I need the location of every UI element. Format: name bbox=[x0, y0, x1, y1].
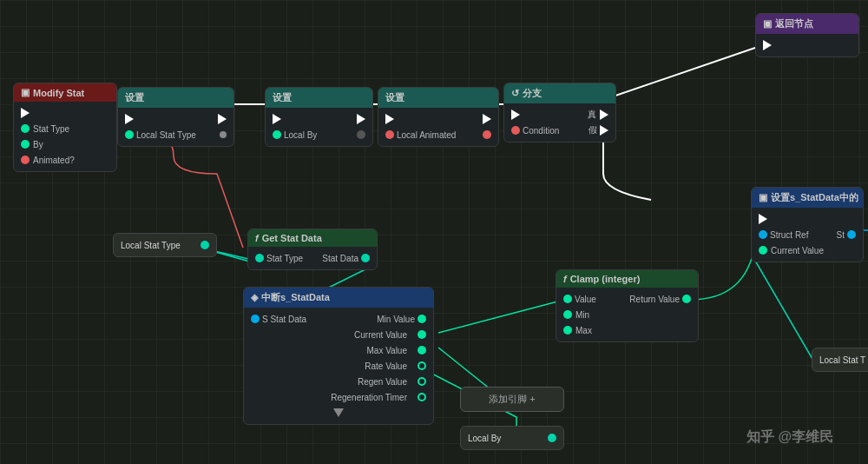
break-regen-row: Regen Value bbox=[244, 374, 433, 389]
set-statdata-header: ▣ 设置s_StatData中的 bbox=[752, 188, 863, 208]
set-statdata-out-pin[interactable] bbox=[847, 230, 856, 239]
set-statdata-icon: ▣ bbox=[759, 192, 767, 203]
clamp-min-row: Min bbox=[556, 307, 698, 322]
local-by-label: Local By bbox=[468, 434, 501, 443]
set1-node: 设置 Local Stat Type bbox=[117, 87, 234, 147]
return-icon: ▣ bbox=[763, 18, 772, 30]
stat-type-pin[interactable] bbox=[21, 124, 30, 133]
return-exec-in[interactable] bbox=[763, 40, 772, 50]
local-by-row: Local By bbox=[461, 430, 563, 446]
add-pin-row[interactable]: 添加引脚 + bbox=[461, 391, 563, 408]
set3-right-pin[interactable] bbox=[483, 130, 491, 139]
set2-node: 设置 Local By bbox=[265, 87, 373, 147]
clamp-return-pin[interactable] bbox=[682, 295, 691, 303]
branch-true-label: 真 bbox=[588, 109, 596, 121]
animated-pin[interactable] bbox=[21, 156, 30, 164]
set1-title: 设置 bbox=[125, 91, 144, 104]
set3-left-pin[interactable] bbox=[385, 130, 394, 139]
stat-type-label: Stat Type bbox=[33, 124, 69, 134]
return-node: ▣ 返回节点 bbox=[755, 13, 859, 57]
get-stat-data-output-label: Stat Data bbox=[322, 254, 358, 263]
set-statdata-struct-row: Struct Ref St bbox=[752, 227, 863, 242]
break-max-pin[interactable] bbox=[418, 346, 426, 355]
break-statdata-node: ◈ 中断s_StatData S Stat Data Min Value Cur… bbox=[243, 287, 434, 425]
local-stat-type-node: Local Stat Type bbox=[113, 233, 217, 257]
by-pin[interactable] bbox=[21, 140, 30, 149]
set-statdata-struct-pin[interactable] bbox=[759, 230, 767, 239]
return-header: ▣ 返回节点 bbox=[756, 14, 858, 34]
exec-in-pin[interactable] bbox=[21, 108, 30, 118]
break-current-row: Current Value bbox=[244, 327, 433, 342]
branch-condition-label: Condition bbox=[523, 126, 559, 136]
break-rate-pin[interactable] bbox=[418, 361, 426, 370]
set2-exec-in[interactable] bbox=[273, 114, 281, 124]
animated-row: Animated? bbox=[14, 152, 116, 168]
local-stat-type-row: Local Stat Type bbox=[114, 237, 216, 253]
break-sstatdata-row: S Stat Data Min Value bbox=[244, 311, 433, 327]
set2-header: 设置 bbox=[266, 88, 372, 108]
break-sstatdata-in-pin[interactable] bbox=[251, 315, 260, 323]
get-stat-data-stat-type-label: Stat Type bbox=[266, 254, 303, 263]
branch-exec-in[interactable] bbox=[511, 109, 520, 120]
branch-false-label: 假 bbox=[589, 124, 597, 136]
break-min-pin[interactable] bbox=[418, 315, 426, 323]
local-by-pin[interactable] bbox=[548, 434, 556, 442]
set-statdata-exec-in[interactable] bbox=[759, 214, 767, 224]
add-pin-body: 添加引脚 + bbox=[461, 388, 563, 411]
set1-header: 设置 bbox=[118, 88, 233, 108]
break-current-label: Current Value bbox=[354, 330, 407, 340]
break-statdata-header: ◈ 中断s_StatData bbox=[244, 288, 433, 308]
break-current-pin[interactable] bbox=[418, 330, 426, 339]
get-stat-data-output-pin[interactable] bbox=[361, 254, 370, 262]
local-stat-t-label: Local Stat T bbox=[819, 355, 865, 365]
set-statdata-out-label: St bbox=[837, 230, 845, 240]
set2-exec-out[interactable] bbox=[357, 114, 365, 124]
modify-stat-icon: ▣ bbox=[21, 87, 30, 98]
set-statdata-current-pin[interactable] bbox=[759, 246, 767, 255]
set3-body: Local Animated bbox=[378, 108, 498, 146]
set2-right-pin[interactable] bbox=[357, 130, 365, 139]
clamp-max-pin[interactable] bbox=[563, 326, 572, 335]
branch-node: ↺ 分支 真 Condition 假 bbox=[503, 83, 616, 143]
stat-type-row: Stat Type bbox=[14, 121, 116, 136]
add-pin-node[interactable]: 添加引脚 + bbox=[460, 387, 564, 412]
clamp-node: f Clamp (integer) Value Return Value Min… bbox=[556, 269, 699, 342]
get-stat-data-header: f Get Stat Data bbox=[248, 229, 377, 247]
set3-exec-in[interactable] bbox=[385, 114, 394, 124]
break-triangle-pin[interactable] bbox=[333, 408, 344, 417]
clamp-min-pin[interactable] bbox=[563, 310, 572, 319]
set1-value-row: Local Stat Type bbox=[118, 127, 233, 143]
get-stat-data-stat-type-pin[interactable] bbox=[255, 254, 264, 262]
clamp-value-pin[interactable] bbox=[563, 295, 572, 303]
set1-exec-in[interactable] bbox=[125, 114, 134, 124]
set3-node: 设置 Local Animated bbox=[378, 87, 499, 147]
local-stat-type-pin[interactable] bbox=[201, 241, 209, 249]
break-regen-pin[interactable] bbox=[418, 377, 426, 386]
clamp-icon: f bbox=[563, 274, 567, 284]
clamp-value-row: Value Return Value bbox=[556, 291, 698, 307]
break-sstatdata-in-label: S Stat Data bbox=[262, 315, 306, 324]
add-pin-label[interactable]: 添加引脚 + bbox=[489, 393, 535, 406]
clamp-max-label: Max bbox=[575, 326, 592, 335]
set2-left-pin[interactable] bbox=[273, 130, 281, 139]
branch-title: 分支 bbox=[523, 87, 542, 100]
branch-condition-pin[interactable] bbox=[511, 126, 520, 135]
set1-exec-out[interactable] bbox=[218, 114, 227, 124]
clamp-max-row: Max bbox=[556, 322, 698, 338]
local-stat-t-body: Local Stat T bbox=[812, 348, 868, 371]
branch-true-pin[interactable] bbox=[600, 109, 608, 120]
set-statdata-exec-row bbox=[752, 211, 863, 227]
set1-left-pin[interactable] bbox=[125, 130, 134, 139]
set3-left-label: Local Animated bbox=[397, 130, 456, 140]
set1-right-pin[interactable] bbox=[220, 131, 227, 138]
break-rate-row: Rate Value bbox=[244, 358, 433, 374]
break-regentimer-pin[interactable] bbox=[418, 393, 426, 401]
set-statdata-current-row: Current Value bbox=[752, 242, 863, 258]
modify-stat-body: Stat Type By Animated? bbox=[14, 102, 116, 171]
branch-false-pin[interactable] bbox=[600, 125, 608, 136]
set3-exec-out[interactable] bbox=[483, 114, 491, 124]
branch-exec-row: 真 bbox=[504, 107, 615, 123]
local-by-body: Local By bbox=[461, 427, 563, 449]
return-exec-row bbox=[756, 37, 858, 53]
set2-value-row: Local By bbox=[266, 127, 372, 143]
